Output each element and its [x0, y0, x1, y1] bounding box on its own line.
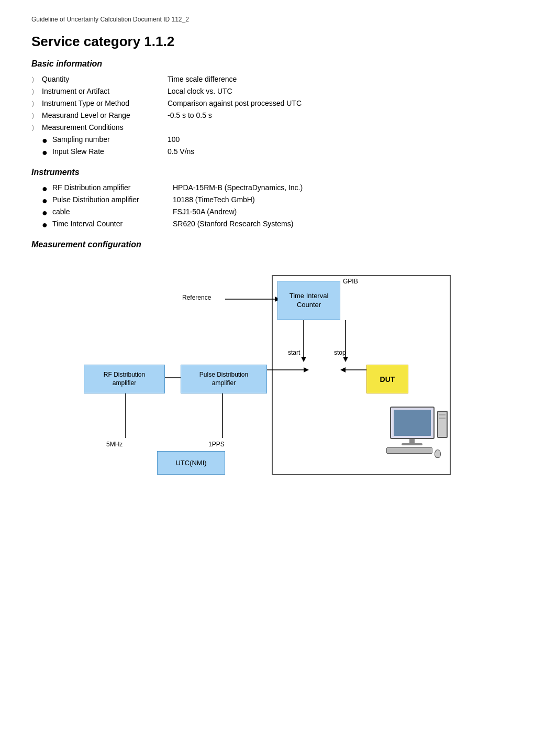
instrument-value: HPDA-15RM-B (SpectraDynamics, Inc.): [173, 183, 503, 192]
chevron-icon: 〉: [31, 123, 42, 133]
dut-box: DUT: [366, 365, 408, 393]
field-label: Measurand Level or Range: [42, 111, 168, 119]
bullet-value: 100: [168, 135, 503, 144]
rf-dist-label: RF Distributionamplifier: [104, 371, 145, 387]
instrument-label: RF Distribution amplifier: [52, 183, 173, 192]
instruments-section: Instruments ● RF Distribution amplifier …: [31, 168, 503, 229]
measurement-config-title: Measurement configuration: [31, 240, 503, 249]
bullet-icon: ●: [42, 147, 52, 157]
svg-marker-4: [301, 357, 306, 362]
page-title: Service category 1.1.2: [31, 34, 503, 50]
list-item: ● Sampling number 100: [42, 135, 503, 145]
bullet-icon: ●: [42, 207, 52, 217]
list-item: 〉 Instrument or Artifact Local clock vs.…: [31, 87, 503, 97]
chevron-icon: 〉: [31, 87, 42, 97]
bullet-label: Input Slew Rate: [52, 147, 168, 156]
instrument-value: FSJ1-50A (Andrew): [173, 207, 503, 216]
chevron-icon: 〉: [31, 75, 42, 85]
list-item: 〉 Measurand Level or Range -0.5 s to 0.5…: [31, 111, 503, 121]
pps-label: 1PPS: [208, 441, 225, 448]
pulse-dist-box: Pulse Distributionamplifier: [181, 365, 267, 393]
start-label: start: [288, 349, 300, 356]
field-label: Measurement Conditions: [42, 123, 168, 132]
list-item: ● cable FSJ1-50A (Andrew): [42, 207, 503, 217]
bullet-icon: ●: [42, 135, 52, 145]
reference-label: Reference: [182, 294, 211, 301]
field-label: Quantity: [42, 75, 168, 83]
list-item: 〉 Measurement Conditions: [31, 123, 503, 133]
field-label: Instrument Type or Method: [42, 99, 168, 107]
svg-marker-10: [340, 367, 346, 372]
list-item: 〉 Instrument Type or Method Comparison a…: [31, 99, 503, 109]
list-item: 〉 Quantity Time scale difference: [31, 75, 503, 85]
instrument-label: cable: [52, 207, 173, 216]
list-item: ● Input Slew Rate 0.5 V/ns: [42, 147, 503, 157]
instrument-value: 10188 (TimeTech GmbH): [173, 195, 503, 204]
bullet-icon: ●: [42, 220, 52, 229]
utc-label: UTC(NMI): [175, 459, 206, 467]
list-item: ● Pulse Distribution amplifier 10188 (Ti…: [42, 195, 503, 205]
svg-marker-8: [304, 367, 309, 372]
bullet-icon: ●: [42, 195, 52, 205]
field-label: Instrument or Artifact: [42, 87, 168, 95]
bullet-value: 0.5 V/ns: [168, 147, 503, 156]
dut-label: DUT: [380, 375, 395, 384]
instrument-label: Pulse Distribution amplifier: [52, 195, 173, 204]
tic-box: Time IntervalCounter: [277, 281, 340, 320]
pulse-dist-label: Pulse Distributionamplifier: [199, 371, 248, 387]
measurement-diagram: Time IntervalCounter GPIB Reference star…: [68, 265, 466, 485]
rf-dist-box: RF Distributionamplifier: [84, 365, 165, 393]
tic-label: Time IntervalCounter: [290, 292, 329, 310]
measurement-config-section: Measurement configuration: [31, 240, 503, 485]
bullet-icon: ●: [42, 183, 52, 193]
instruments-title: Instruments: [31, 168, 503, 177]
svg-marker-6: [343, 357, 348, 362]
computer-illustration: [382, 407, 450, 464]
freq-label: 5MHz: [106, 441, 123, 448]
utc-box: UTC(NMI): [157, 451, 225, 475]
bullet-label: Sampling number: [52, 135, 168, 144]
chevron-icon: 〉: [31, 111, 42, 121]
list-item: ● Time Interval Counter SR620 (Stanford …: [42, 220, 503, 229]
list-item: ● RF Distribution amplifier HPDA-15RM-B …: [42, 183, 503, 193]
document-header: Guideline of Uncertainty Calculation Doc…: [31, 16, 503, 23]
instrument-label: Time Interval Counter: [52, 220, 173, 228]
instrument-value: SR620 (Stanford Research Systems): [173, 220, 503, 228]
basic-info-title: Basic information: [31, 59, 503, 69]
field-value: Comparison against post processed UTC: [168, 99, 503, 107]
field-value: -0.5 s to 0.5 s: [168, 111, 503, 119]
field-value: Local clock vs. UTC: [168, 87, 503, 95]
gpib-label: GPIB: [343, 278, 358, 285]
stop-label: stop: [334, 349, 346, 356]
basic-info-section: Basic information 〉 Quantity Time scale …: [31, 59, 503, 157]
chevron-icon: 〉: [31, 99, 42, 109]
field-value: Time scale difference: [168, 75, 503, 83]
